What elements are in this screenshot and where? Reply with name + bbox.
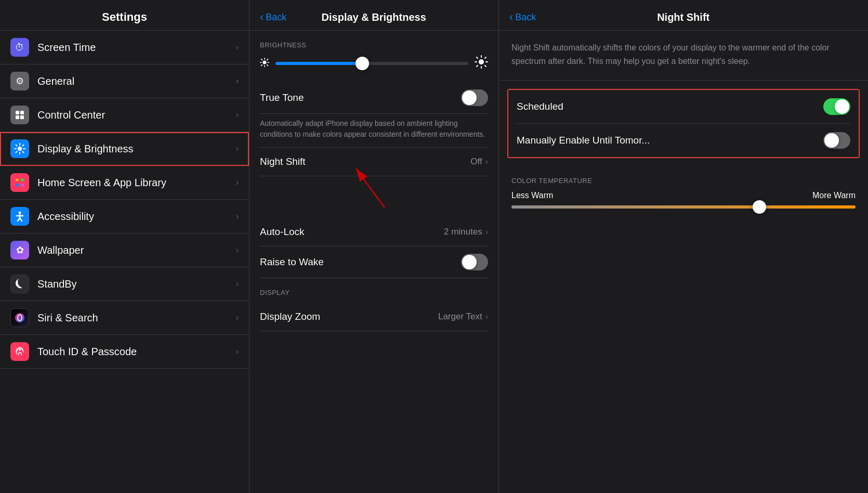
- svg-point-24: [19, 349, 21, 351]
- auto-lock-value: 2 minutes: [444, 227, 482, 237]
- night-shift-chevron: ›: [485, 157, 488, 166]
- display-brightness-icon: [10, 139, 29, 158]
- true-tone-row: True Tone: [260, 82, 488, 114]
- night-shift-wrapper: Night Shift Off ›: [260, 148, 488, 176]
- svg-line-30: [261, 59, 262, 60]
- brightness-slider-thumb[interactable]: [356, 57, 369, 70]
- general-icon: ⚙: [10, 72, 29, 90]
- display-zoom-row[interactable]: Display Zoom Larger Text ›: [260, 303, 488, 331]
- wallpaper-chevron: ›: [236, 245, 239, 255]
- scheduled-label: Scheduled: [517, 101, 823, 112]
- standby-label: StandBy: [37, 278, 236, 290]
- night-shift-panel-title: Night Shift: [540, 11, 826, 23]
- color-temp-slider-thumb[interactable]: [753, 200, 766, 214]
- true-tone-label: True Tone: [260, 92, 461, 103]
- svg-line-39: [477, 57, 478, 58]
- svg-rect-3: [20, 115, 24, 119]
- auto-lock-row[interactable]: Auto-Lock 2 minutes ›: [260, 218, 488, 247]
- control-center-icon: [10, 106, 29, 124]
- settings-item-wallpaper[interactable]: ✿ Wallpaper ›: [0, 233, 249, 267]
- screen-time-label: Screen Time: [37, 42, 236, 54]
- night-shift-value: Off: [470, 157, 482, 167]
- settings-item-screen-time[interactable]: ⏱ Screen Time ›: [0, 31, 249, 64]
- brightness-slider-row: [260, 55, 488, 72]
- settings-panel: Settings ⏱ Screen Time › ⚙ General › Con…: [0, 0, 249, 493]
- night-shift-back-button[interactable]: ‹ Back: [509, 10, 536, 24]
- color-temp-slider-row: [511, 205, 856, 209]
- color-temperature-section: COLOR TEMPERATURE Less Warm More Warm: [499, 166, 868, 209]
- display-brightness-chevron: ›: [236, 144, 239, 153]
- night-shift-row[interactable]: Night Shift Off ›: [260, 148, 488, 176]
- screen-time-chevron: ›: [236, 43, 239, 52]
- accessibility-label: Accessibility: [37, 211, 236, 223]
- night-shift-panel-header: ‹ Back Night Shift: [499, 0, 868, 31]
- night-shift-toggles-inner: Scheduled Manually Enable Until Tomor...: [508, 90, 859, 157]
- settings-item-home-screen[interactable]: Home Screen & App Library ›: [0, 166, 249, 200]
- brightness-section-label: BRIGHTNESS: [260, 41, 488, 49]
- true-tone-toggle[interactable]: [461, 89, 488, 106]
- screen-time-icon: ⏱: [10, 38, 29, 57]
- settings-item-siri-search[interactable]: Siri & Search ›: [0, 301, 249, 335]
- color-temp-less-warm-label: Less Warm: [511, 191, 553, 200]
- svg-line-12: [16, 151, 17, 152]
- brightness-slider-fill: [275, 62, 362, 65]
- svg-point-25: [263, 61, 267, 64]
- svg-line-11: [22, 145, 23, 146]
- standby-chevron: ›: [236, 279, 239, 289]
- brightness-slider-track[interactable]: [275, 62, 468, 65]
- brightness-section: BRIGHTNESS: [249, 31, 498, 331]
- settings-item-control-center[interactable]: Control Center ›: [0, 98, 249, 132]
- svg-point-16: [21, 184, 24, 187]
- wallpaper-icon: ✿: [10, 241, 29, 260]
- svg-rect-2: [16, 115, 19, 119]
- auto-lock-chevron: ›: [485, 227, 488, 237]
- scheduled-toggle[interactable]: [823, 98, 850, 115]
- display-panel-content: BRIGHTNESS: [249, 31, 498, 493]
- manually-enable-label: Manually Enable Until Tomor...: [517, 135, 823, 146]
- night-shift-panel: ‹ Back Night Shift Night Shift automatic…: [499, 0, 868, 493]
- home-screen-icon: [10, 173, 29, 192]
- back-chevron-icon: ‹: [260, 10, 264, 24]
- display-panel-header: ‹ Back Display & Brightness: [249, 0, 498, 31]
- svg-line-10: [22, 151, 23, 152]
- raise-to-wake-knob: [462, 255, 477, 269]
- settings-item-display-brightness[interactable]: Display & Brightness ›: [0, 132, 249, 166]
- auto-lock-label: Auto-Lock: [260, 226, 444, 238]
- night-shift-description: Night Shift automatically shifts the col…: [499, 31, 868, 81]
- raise-to-wake-toggle[interactable]: [461, 254, 488, 270]
- svg-line-41: [485, 57, 486, 58]
- true-tone-description: Automatically adapt iPhone display based…: [260, 114, 488, 148]
- svg-point-34: [479, 59, 484, 64]
- svg-line-33: [261, 65, 262, 66]
- settings-item-standby[interactable]: ⏾ StandBy ›: [0, 267, 249, 301]
- scheduled-knob: [835, 99, 849, 114]
- home-screen-chevron: ›: [236, 178, 239, 187]
- svg-point-15: [16, 184, 19, 187]
- night-shift-back-label: Back: [515, 12, 536, 23]
- manually-enable-toggle[interactable]: [823, 132, 850, 149]
- night-shift-label: Night Shift: [260, 156, 470, 167]
- color-temp-slider-track[interactable]: [511, 205, 856, 209]
- manually-enable-row: Manually Enable Until Tomor...: [517, 124, 850, 157]
- color-temp-labels-row: Less Warm More Warm: [511, 191, 856, 200]
- true-tone-knob: [462, 90, 477, 105]
- settings-item-accessibility[interactable]: Accessibility ›: [0, 200, 249, 233]
- display-brightness-label: Display & Brightness: [37, 143, 236, 155]
- accessibility-chevron: ›: [236, 212, 239, 221]
- touch-id-label: Touch ID & Passcode: [37, 346, 236, 358]
- control-center-label: Control Center: [37, 109, 236, 121]
- display-back-button[interactable]: ‹ Back: [260, 10, 286, 24]
- night-shift-back-chevron-icon: ‹: [509, 10, 513, 24]
- manually-enable-knob: [824, 133, 839, 148]
- svg-point-13: [16, 178, 19, 181]
- svg-line-40: [485, 66, 486, 67]
- siri-icon: [10, 308, 29, 327]
- settings-title: Settings: [0, 0, 249, 31]
- settings-item-general[interactable]: ⚙ General ›: [0, 64, 249, 98]
- accessibility-icon: [10, 207, 29, 226]
- settings-item-touch-id[interactable]: Touch ID & Passcode ›: [0, 335, 249, 369]
- display-back-label: Back: [266, 12, 286, 23]
- display-section-label: DISPLAY: [260, 289, 488, 296]
- svg-line-42: [477, 66, 478, 67]
- color-temp-more-warm-label: More Warm: [812, 191, 856, 200]
